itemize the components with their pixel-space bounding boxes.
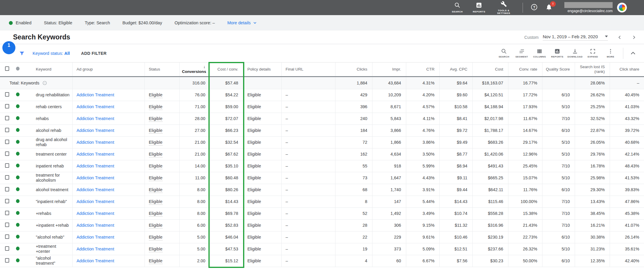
collapse-table-button[interactable]	[629, 49, 637, 57]
reports-nav-button[interactable]: REPORTS	[473, 2, 485, 13]
row-checkbox-cell[interactable]	[0, 160, 14, 172]
ad-group-link[interactable]: Addiction Treatment	[77, 223, 114, 228]
ad-group-link[interactable]: Addiction Treatment	[77, 152, 114, 156]
status-value[interactable]: Eligible	[149, 92, 163, 98]
status-value[interactable]: Eligible	[149, 235, 163, 240]
row-checkbox[interactable]	[5, 246, 9, 251]
col-header-status[interactable]: Status	[144, 63, 179, 76]
col-header-conv-rate[interactable]: Conv. rate	[508, 63, 542, 76]
status-value[interactable]: Eligible	[149, 116, 163, 122]
annotation-badge-1[interactable]: 1	[2, 41, 15, 54]
chevron-right-icon[interactable]	[631, 34, 637, 40]
ad-group-link[interactable]: Addiction Treatment	[77, 116, 114, 121]
ad-group-link[interactable]: Addiction Treatment	[77, 211, 114, 216]
ad-group-link[interactable]: Addiction Treatment	[77, 104, 114, 109]
status-value[interactable]: Eligible	[149, 104, 163, 110]
row-checkbox[interactable]	[5, 234, 9, 239]
ad-group-link[interactable]: Addiction Treatment	[77, 235, 114, 239]
col-header-click-share[interactable]: Click share	[610, 63, 644, 76]
status-value[interactable]: Eligible	[149, 199, 163, 205]
row-checkbox[interactable]	[5, 116, 9, 120]
row-checkbox[interactable]	[5, 211, 9, 215]
col-header-cost-conv[interactable]: Cost / conv.	[210, 63, 243, 76]
col-header-clicks[interactable]: Clicks	[335, 63, 372, 76]
chevron-left-icon[interactable]	[617, 34, 623, 40]
download-button[interactable]: DOWNLOAD	[567, 48, 583, 58]
row-checkbox-cell[interactable]	[0, 231, 14, 243]
col-header-policy-details[interactable]: Policy details	[243, 63, 281, 76]
row-checkbox[interactable]	[5, 104, 9, 108]
columns-button[interactable]: COLUMNS	[531, 48, 548, 58]
row-checkbox[interactable]	[5, 187, 9, 191]
status-value[interactable]: Eligible	[149, 128, 163, 134]
col-header-keyword[interactable]: Keyword	[26, 63, 72, 76]
row-checkbox-cell[interactable]	[0, 255, 14, 267]
row-checkbox[interactable]	[5, 92, 9, 97]
status-value[interactable]: Eligible	[149, 211, 163, 217]
ad-group-link[interactable]: Addiction Treatment	[77, 258, 114, 263]
ad-group-link[interactable]: Addiction Treatment	[77, 247, 114, 251]
header-checkbox-cell[interactable]	[0, 63, 14, 76]
row-checkbox-cell[interactable]	[0, 113, 14, 124]
help-icon[interactable]: ?	[42, 81, 47, 85]
col-header-avg-cpc[interactable]: Avg. CPC	[439, 63, 472, 76]
expand-button[interactable]: EXPAND	[584, 48, 601, 58]
row-checkbox-cell[interactable]	[0, 172, 14, 184]
date-range-picker[interactable]: Nov 1, 2019 – Feb 29, 2020	[543, 34, 608, 41]
col-header-impr[interactable]: Impr.	[372, 63, 406, 76]
row-checkbox-cell[interactable]	[0, 124, 14, 136]
col-header-ad-group[interactable]: Ad group	[72, 63, 144, 76]
ad-group-link[interactable]: Addiction Treatment	[77, 128, 114, 133]
row-checkbox[interactable]	[5, 199, 9, 203]
status-value[interactable]: Eligible	[149, 258, 163, 264]
col-header-cost[interactable]: Cost	[472, 63, 508, 76]
row-checkbox[interactable]	[5, 223, 9, 227]
status-value[interactable]: Eligible	[149, 187, 163, 193]
table-search-button[interactable]: SEARCH	[496, 48, 512, 58]
campaign-enabled[interactable]: Enabled	[9, 20, 31, 25]
row-checkbox[interactable]	[5, 140, 9, 144]
avatar[interactable]	[617, 3, 627, 12]
col-header-ctr[interactable]: CTR	[406, 63, 439, 76]
help-button[interactable]: ?	[531, 4, 538, 12]
filter-funnel-icon[interactable]	[19, 50, 25, 56]
select-all-checkbox[interactable]	[5, 66, 9, 71]
row-checkbox[interactable]	[5, 258, 9, 263]
add-filter-button[interactable]: ADD FILTER	[81, 51, 107, 56]
status-value[interactable]: Eligible	[149, 152, 163, 157]
row-checkbox-cell[interactable]	[0, 207, 14, 219]
row-checkbox-cell[interactable]	[0, 101, 14, 113]
row-checkbox[interactable]	[5, 163, 9, 168]
row-checkbox-cell[interactable]	[0, 243, 14, 255]
col-header-quality-score[interactable]: Quality Score	[542, 63, 575, 76]
status-value[interactable]: Eligible	[149, 247, 163, 252]
status-value[interactable]: Eligible	[149, 223, 163, 229]
search-nav-button[interactable]: SEARCH	[452, 2, 463, 13]
notifications-button[interactable]: !	[545, 4, 553, 12]
tools-settings-nav-button[interactable]: TOOLS & SETTINGS	[495, 1, 512, 15]
more-details-link[interactable]: More details	[227, 20, 257, 25]
status-value[interactable]: Eligible	[149, 140, 163, 146]
table-reports-button[interactable]: REPORTS	[549, 48, 566, 58]
row-checkbox-cell[interactable]	[0, 136, 14, 148]
segment-button[interactable]: SEGMENT	[513, 48, 530, 58]
row-checkbox[interactable]	[5, 151, 9, 156]
more-button[interactable]: MORE	[602, 48, 619, 58]
col-header-conversions[interactable]: ↓ Conversions	[179, 63, 210, 76]
keyword-status-filter-chip[interactable]: Keyword status: All	[33, 51, 70, 56]
ad-group-link[interactable]: Addiction Treatment	[77, 164, 114, 168]
ad-group-link[interactable]: Addiction Treatment	[77, 92, 114, 97]
ad-group-link[interactable]: Addiction Treatment	[77, 199, 114, 204]
ad-group-link[interactable]: Addiction Treatment	[77, 140, 114, 145]
status-value[interactable]: Eligible	[149, 164, 163, 169]
row-checkbox-cell[interactable]	[0, 219, 14, 231]
row-checkbox-cell[interactable]	[0, 184, 14, 196]
col-header-final-url[interactable]: Final URL	[281, 63, 335, 76]
ad-group-link[interactable]: Addiction Treatment	[77, 175, 114, 180]
status-value[interactable]: Eligible	[149, 175, 163, 181]
row-checkbox-cell[interactable]	[0, 89, 14, 101]
row-checkbox[interactable]	[5, 128, 9, 132]
row-checkbox-cell[interactable]	[0, 196, 14, 207]
col-header-search-lost-is-rank[interactable]: Search lost IS (rank)	[575, 63, 610, 76]
row-checkbox-cell[interactable]	[0, 148, 14, 160]
